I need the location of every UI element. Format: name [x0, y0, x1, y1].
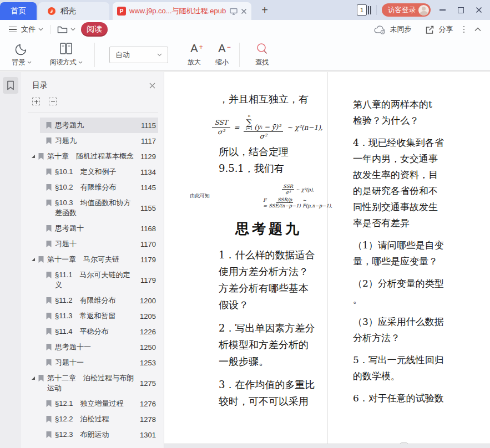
toc-item[interactable]: §12.3 布朗运动1301 — [40, 427, 158, 442]
toc-item-page: 1253 — [140, 359, 156, 367]
text-line: 1．什么样的数据适合 — [219, 247, 324, 263]
share-label[interactable]: 分享 — [439, 24, 453, 34]
tab-document-title: www.j9p.co...与随机过程.epub — [129, 6, 226, 16]
tab-home[interactable]: 首页 — [0, 2, 37, 20]
tab-document[interactable]: P www.j9p.co...与随机过程.epub — [113, 2, 251, 20]
paragraph: 1．什么样的数据适合使用方差分析方法？方差分析有哪些基本假设？ — [219, 247, 324, 313]
file-menu[interactable]: 文件 — [21, 24, 43, 34]
zoom-out-label: 缩小 — [215, 58, 229, 67]
bookmark-icon — [46, 359, 52, 366]
toc-item[interactable]: §10.1 定义和例子1134 — [40, 164, 158, 180]
toc-item[interactable]: 习题十一1253 — [40, 355, 158, 370]
toc-item[interactable]: 第十章 随机过程基本概念1129 — [40, 149, 158, 164]
background-button[interactable]: 背景 — [9, 42, 34, 67]
close-tab-icon[interactable] — [241, 8, 247, 14]
text-line: （1）请问哪些是自变 — [353, 237, 468, 253]
tab-home-label: 首页 — [11, 6, 26, 16]
toc-item[interactable]: 思考题九1115 — [40, 118, 158, 133]
hamburger-menu-icon[interactable] — [9, 27, 17, 33]
paragraph: 3．在作均值的多重比较时，可不可以采用 — [219, 376, 324, 410]
open-file-button[interactable] — [57, 25, 75, 34]
bottom-bar — [164, 444, 490, 448]
formula-sst: SSTσ² = n∑i=1 (yᵢ − ȳ)² σ² ~ χ²(n−1), — [211, 114, 324, 140]
bookmarks-panel-button[interactable] — [3, 77, 18, 94]
moon-icon — [15, 42, 28, 55]
toc-item[interactable]: §12.1 独立增量过程1276 — [40, 396, 158, 411]
bookmark-icon — [46, 400, 52, 408]
toc-item[interactable]: 第十一章 马尔可夫链1179 — [40, 252, 158, 267]
zoom-in-button[interactable]: A+ 放大 — [185, 42, 204, 67]
toc-item-label: §11.2 有限维分布 — [55, 296, 137, 306]
collapse-all-button[interactable] — [49, 98, 57, 105]
toc-item[interactable]: 习题十1170 — [40, 236, 158, 252]
toc-item[interactable]: 思考题十1168 — [40, 221, 158, 236]
toc-item-page: 1117 — [141, 137, 156, 145]
new-tab-button[interactable]: + — [258, 3, 271, 17]
folder-icon — [57, 25, 68, 34]
bookmark-icon — [38, 256, 44, 263]
menu-row: 文件 阅读 未同步 分享 — [0, 20, 490, 39]
text-line: （3）应采用什么数据 — [353, 314, 468, 330]
bookmark-icon — [46, 199, 52, 207]
formula-label: 由此可知 — [190, 192, 210, 200]
zoom-out-button[interactable]: A− 缩小 — [213, 42, 231, 67]
paragraph: （1）请问哪些是自变量，哪些是应变量？ — [353, 237, 468, 269]
text-line: 5．写出一元线性回归 — [353, 352, 468, 368]
toc-item[interactable]: 习题九1117 — [40, 133, 158, 149]
more-options-icon[interactable] — [463, 26, 465, 33]
paragraph: （2）分析变量的类型。 — [353, 276, 468, 308]
toc-item[interactable]: §11.1 马尔可夫链的定 义1179 — [40, 267, 158, 293]
titlebar-separator — [376, 5, 377, 15]
bookmark-icon — [46, 137, 52, 145]
toc-item-label: §10.1 定义和例子 — [55, 167, 137, 177]
toc-item[interactable]: §10.2 有限维分布1145 — [40, 180, 158, 195]
toc-item-label: 思考题十一 — [55, 342, 137, 352]
toc-item[interactable]: §11.2 有限维分布1200 — [40, 293, 158, 308]
login-button[interactable]: 访客登录 — [382, 3, 431, 17]
minimize-button[interactable] — [436, 3, 449, 17]
background-label: 背景 — [12, 58, 26, 67]
read-mode-badge[interactable]: 阅读 — [81, 22, 108, 37]
toc-item[interactable]: §11.3 常返和暂留1205 — [40, 308, 158, 324]
find-button[interactable]: 查找 — [252, 43, 272, 67]
text-line: 同性别交通事故发生 — [353, 199, 468, 215]
cloud-sync-icon[interactable] — [373, 25, 386, 34]
close-icon — [149, 82, 156, 89]
toc-item[interactable]: §10.3 均值函数和协方 差函数1155 — [40, 195, 158, 221]
expanded-triangle-icon[interactable] — [31, 376, 36, 380]
text-line: 量，哪些是应变量？ — [353, 253, 468, 269]
text-line: 3．在作均值的多重比 — [219, 376, 324, 393]
expanded-triangle-icon[interactable] — [31, 257, 36, 262]
toc-item-page: 1134 — [140, 168, 156, 176]
read-mode-button[interactable]: 阅读方式 — [44, 42, 88, 67]
toc-item-page: 1278 — [140, 415, 156, 424]
text-line: 故发生率的资料，目 — [353, 167, 468, 183]
zoom-mode-select[interactable]: 自动 — [109, 47, 168, 63]
expand-all-button[interactable] — [32, 98, 40, 105]
titlebar-controls: 1 访客登录 — [357, 0, 486, 20]
page-view[interactable]: ，并且相互独立，有 SSTσ² = n∑i=1 (yᵢ − ȳ)² σ² ~ χ… — [164, 72, 490, 448]
expanded-triangle-icon[interactable] — [31, 154, 36, 159]
toc-item-page: 1179 — [140, 256, 156, 264]
text-line: 率是否有差异 — [353, 215, 468, 231]
toc-item-page: 1168 — [140, 225, 156, 233]
toc-item[interactable]: 思考题十一1250 — [40, 339, 158, 355]
window-list-button[interactable]: 1 — [357, 4, 371, 16]
toc-item[interactable]: 第十二章 泊松过程与布朗 运动1275 — [40, 370, 158, 396]
text-line: 6．对于任意的试验数 — [353, 390, 468, 406]
share-icon[interactable] — [425, 25, 435, 34]
toc-item-page: 1115 — [141, 121, 156, 130]
close-button[interactable] — [472, 3, 486, 17]
maximize-button[interactable] — [454, 3, 467, 17]
window-count: 1 — [357, 4, 367, 16]
book-pages-icon — [59, 42, 73, 55]
toc-close-button[interactable] — [149, 82, 156, 89]
text-line: 一般步骤。 — [219, 353, 324, 370]
font-increase-icon: A+ — [190, 42, 198, 55]
collapse-toolbar-icon[interactable] — [474, 27, 481, 32]
toc-item-label: §11.4 平稳分布 — [55, 327, 137, 337]
toc-item[interactable]: §12.2 泊松过程1278 — [40, 411, 158, 427]
toc-item[interactable]: §11.4 平稳分布1226 — [40, 324, 158, 339]
tab-docer[interactable]: 稻壳 — [38, 2, 109, 20]
toc-item-label: §10.3 均值函数和协方 差函数 — [55, 198, 137, 218]
